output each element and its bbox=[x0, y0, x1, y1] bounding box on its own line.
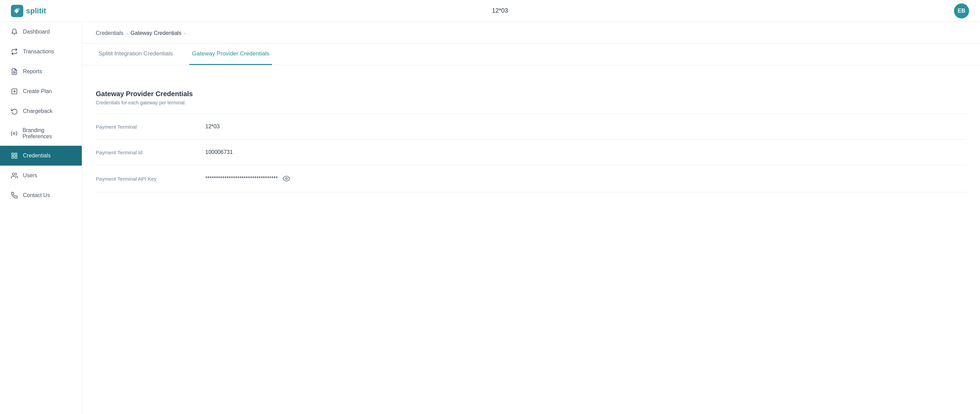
create-plan-icon bbox=[11, 88, 18, 95]
sidebar-item-branding[interactable]: Branding Preferences bbox=[0, 121, 82, 146]
section-header: Gateway Provider Credentials Credentials… bbox=[96, 90, 966, 114]
section-card: Gateway Provider Credentials Credentials… bbox=[96, 79, 966, 192]
sidebar-item-transactions[interactable]: Transactions bbox=[0, 42, 82, 62]
dashboard-icon bbox=[11, 28, 18, 36]
sidebar-item-create-plan[interactable]: Create Plan bbox=[0, 81, 82, 101]
cred-value-api-key: ********************************** bbox=[205, 175, 290, 182]
breadcrumb-separator-1: › bbox=[126, 30, 128, 36]
sidebar-label-contact: Contact Us bbox=[23, 192, 50, 199]
credentials-table: Payment Terminal 12*03 Payment Terminal … bbox=[96, 114, 966, 192]
users-icon bbox=[11, 172, 18, 179]
svg-rect-9 bbox=[15, 156, 17, 158]
logo[interactable]: splitit bbox=[11, 5, 46, 17]
cred-value-text-terminal-id: 100006731 bbox=[205, 149, 233, 155]
header-center-text: 12*03 bbox=[492, 7, 508, 14]
breadcrumb-separator-2: › bbox=[184, 30, 186, 36]
breadcrumb-gateway-credentials[interactable]: Gateway Credentials bbox=[131, 30, 182, 36]
logo-icon bbox=[11, 5, 23, 17]
logo-text: splitit bbox=[26, 6, 46, 15]
cred-value-text-terminal: 12*03 bbox=[205, 124, 220, 130]
layout: Dashboard Transactions Reports Create Pl… bbox=[0, 22, 980, 414]
svg-point-11 bbox=[12, 173, 15, 175]
sidebar-item-chargeback[interactable]: Chargeback bbox=[0, 101, 82, 121]
section-subtitle: Credentials for each gateway per termina… bbox=[96, 100, 966, 105]
sidebar-label-chargeback: Chargeback bbox=[23, 108, 52, 114]
table-row: Payment Terminal Id 100006731 bbox=[96, 140, 966, 165]
toggle-visibility-button[interactable] bbox=[283, 175, 290, 182]
cred-value-terminal-id: 100006731 bbox=[205, 149, 233, 155]
content-area: Gateway Provider Credentials Credentials… bbox=[82, 65, 980, 206]
section-title: Gateway Provider Credentials bbox=[96, 90, 966, 98]
sidebar-item-users[interactable]: Users bbox=[0, 166, 82, 185]
sidebar-label-dashboard: Dashboard bbox=[23, 29, 49, 35]
contact-icon bbox=[11, 192, 18, 199]
tabs-container: Splitit Integration Credentials Gateway … bbox=[82, 43, 980, 65]
chargeback-icon bbox=[11, 107, 18, 115]
cred-label-terminal: Payment Terminal bbox=[96, 124, 205, 130]
tab-gateway[interactable]: Gateway Provider Credentials bbox=[189, 43, 272, 65]
svg-rect-10 bbox=[12, 156, 14, 158]
sidebar: Dashboard Transactions Reports Create Pl… bbox=[0, 22, 82, 414]
cred-value-terminal: 12*03 bbox=[205, 124, 220, 130]
sidebar-item-dashboard[interactable]: Dashboard bbox=[0, 22, 82, 42]
cred-label-terminal-id: Payment Terminal Id bbox=[96, 150, 205, 155]
main-content: Credentials › Gateway Credentials › Spli… bbox=[82, 22, 980, 414]
svg-point-6 bbox=[13, 133, 15, 134]
reports-icon bbox=[11, 68, 18, 75]
cred-label-api-key: Payment Terminal API Key bbox=[96, 176, 205, 182]
sidebar-item-contact[interactable]: Contact Us bbox=[0, 185, 82, 205]
credentials-icon bbox=[11, 152, 18, 159]
sidebar-label-create-plan: Create Plan bbox=[23, 88, 52, 94]
sidebar-label-branding: Branding Preferences bbox=[22, 127, 72, 140]
branding-icon bbox=[11, 130, 18, 137]
svg-rect-7 bbox=[12, 153, 14, 155]
svg-rect-8 bbox=[15, 153, 17, 155]
breadcrumb-credentials[interactable]: Credentials bbox=[96, 30, 124, 36]
tab-splitit[interactable]: Splitit Integration Credentials bbox=[96, 43, 175, 65]
cred-value-text-api-key: ********************************** bbox=[205, 175, 278, 182]
sidebar-item-credentials[interactable]: Credentials bbox=[0, 146, 82, 166]
table-row: Payment Terminal API Key ***************… bbox=[96, 165, 966, 192]
svg-point-12 bbox=[285, 178, 288, 180]
sidebar-item-reports[interactable]: Reports bbox=[0, 62, 82, 81]
transactions-icon bbox=[11, 48, 18, 56]
sidebar-label-reports: Reports bbox=[23, 68, 42, 75]
sidebar-label-credentials: Credentials bbox=[23, 153, 51, 159]
sidebar-label-users: Users bbox=[23, 172, 37, 178]
user-avatar[interactable]: EB bbox=[954, 3, 969, 19]
sidebar-label-transactions: Transactions bbox=[23, 49, 54, 55]
table-row: Payment Terminal 12*03 bbox=[96, 114, 966, 140]
top-header: splitit 12*03 EB bbox=[0, 0, 980, 22]
breadcrumb: Credentials › Gateway Credentials › bbox=[82, 22, 980, 43]
